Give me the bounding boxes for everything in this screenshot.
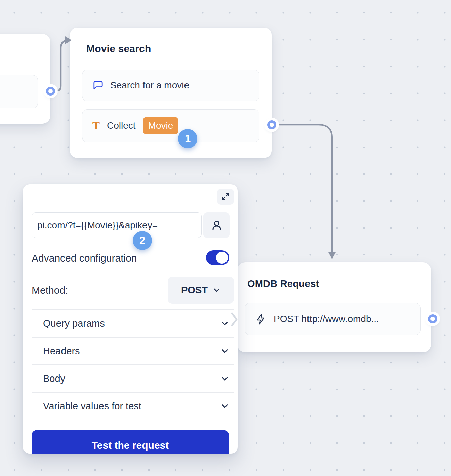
chevron-down-icon (220, 347, 229, 355)
method-label: Method: (32, 285, 68, 296)
method-select[interactable]: POST (168, 277, 234, 304)
divider (32, 420, 234, 420)
section-variable-values[interactable]: Variable values for test (32, 393, 234, 420)
advanced-configuration-toggle[interactable] (206, 250, 229, 265)
connector-left-to-movie (52, 40, 67, 91)
section-label: Body (43, 373, 65, 384)
arrowhead-down-icon (328, 252, 336, 259)
chevron-down-icon (213, 286, 220, 294)
section-label: Variable values for test (43, 401, 141, 412)
webhook-config-panel[interactable]: Advanced configuration Method: POST Quer… (23, 184, 238, 454)
step-badge-1: 1 (178, 129, 197, 148)
section-body[interactable]: Body (32, 365, 234, 392)
toggle-knob (216, 252, 228, 264)
flow-canvas[interactable]: Movie search Search for a movie T Collec… (0, 0, 451, 476)
person-icon (210, 219, 223, 232)
output-port-left-node[interactable] (46, 87, 55, 96)
webhook-url-input[interactable] (32, 212, 202, 238)
section-label: Query params (43, 318, 105, 329)
test-request-button[interactable]: Test the request (32, 430, 229, 454)
connector-movie-to-omdb (278, 125, 332, 252)
section-query-params[interactable]: Query params (32, 310, 234, 337)
method-value: POST (181, 285, 208, 296)
section-headers[interactable]: Headers (32, 338, 234, 364)
insert-variable-button[interactable] (203, 212, 230, 238)
chevron-down-icon (220, 402, 229, 410)
chevron-down-icon (220, 374, 229, 383)
expand-button[interactable] (217, 189, 234, 205)
chevron-down-icon (220, 319, 229, 328)
section-label: Headers (43, 346, 80, 357)
advanced-configuration-label: Advanced configuration (32, 252, 137, 264)
arrowhead-right-icon (65, 36, 72, 44)
output-port-movie-search[interactable] (267, 120, 276, 129)
expand-diagonal-icon (221, 192, 230, 201)
step-badge-2: 2 (133, 231, 152, 250)
output-port-omdb-request[interactable] (428, 314, 437, 323)
